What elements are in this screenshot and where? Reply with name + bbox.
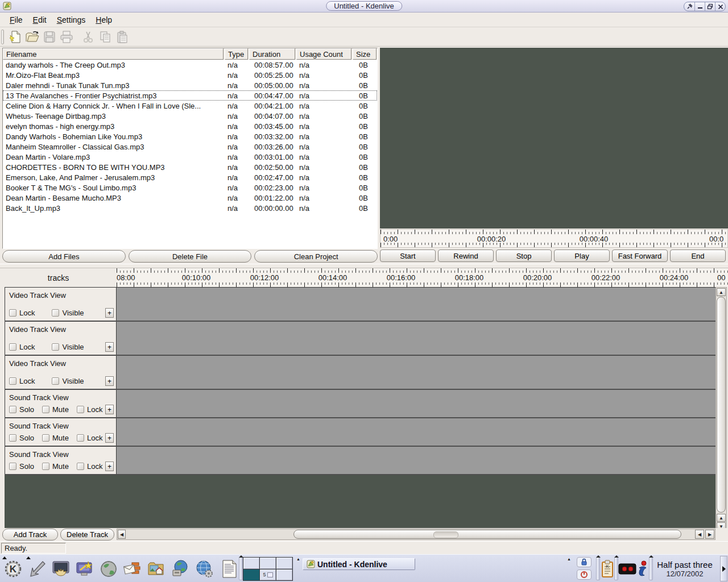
file-row[interactable]: evelyn thomas - high energy.mp3 n/a 00:0… (3, 121, 377, 131)
pager-desktop-5[interactable]: 5 (260, 569, 276, 581)
horizontal-splitter[interactable] (0, 264, 728, 268)
column-type[interactable]: Type (225, 48, 248, 60)
visible-checkbox[interactable] (52, 343, 59, 351)
column-duration[interactable]: Duration (249, 48, 295, 60)
paste-icon[interactable] (114, 28, 131, 45)
scroll-left-icon[interactable]: ◀ (695, 530, 704, 539)
lock-checkbox[interactable] (77, 463, 84, 470)
expand-track-button[interactable]: + (105, 308, 114, 318)
print-icon[interactable] (58, 28, 75, 45)
file-row[interactable]: dandy warhols - The Creep Out.mp3 n/a 00… (3, 60, 377, 70)
show-desktop-button[interactable] (25, 556, 49, 581)
column-usage-count[interactable]: Usage Count (296, 48, 351, 60)
expand-track-button[interactable]: + (105, 376, 114, 386)
text-editor-button[interactable] (217, 556, 241, 581)
cut-icon[interactable] (80, 28, 97, 45)
solo-checkbox[interactable] (9, 463, 16, 470)
file-row[interactable]: Booker T & The MG's - Soul Limbo.mp3 n/a… (3, 182, 377, 193)
lock-screen-button[interactable] (577, 557, 592, 567)
pager-desktop-1[interactable] (243, 558, 259, 569)
pager-handle[interactable] (239, 557, 243, 580)
menu-edit[interactable]: Edit (29, 14, 51, 26)
file-row[interactable]: Dean Martin - Volare.mp3 n/a 00:03:01.00… (3, 152, 377, 162)
timeline-scale[interactable]: 08:00 00:10:00 00:12:00 00:14:00 00:16:0… (117, 268, 728, 287)
taskbar-scroll-up-icon[interactable]: ▲ (295, 556, 301, 562)
file-row[interactable]: Back_It_Up.mp3 n/a 00:00:00.00 n/a 0B (3, 203, 377, 213)
file-row[interactable]: 13 The Avalanches - Frontier Psychiatris… (3, 90, 377, 101)
close-icon[interactable] (715, 2, 725, 11)
home-folder-button[interactable] (144, 556, 168, 581)
file-row[interactable]: CHORDETTES - BORN TO BE WITH YOU.MP3 n/a… (3, 162, 377, 172)
visible-checkbox[interactable] (52, 377, 59, 385)
file-row[interactable]: Dandy Warhols - Bohemian Like You.mp3 n/… (3, 131, 377, 142)
maximize-icon[interactable] (705, 2, 715, 11)
expand-track-button[interactable]: + (105, 342, 114, 352)
file-row[interactable]: Mr.Oizo-Flat Beat.mp3 n/a 00:05:25.00 n/… (3, 70, 377, 80)
menu-file[interactable]: File (6, 14, 27, 26)
video-track-lane[interactable] (117, 322, 715, 355)
control-center-button[interactable] (73, 556, 97, 581)
expand-track-button[interactable]: + (105, 405, 114, 414)
logout-button[interactable] (577, 569, 592, 580)
sound-track-lane[interactable] (117, 390, 715, 417)
taskbar-scroll-up-icon[interactable]: ▲ (566, 556, 572, 562)
video-track-lane[interactable] (117, 288, 715, 321)
scroll-up-icon[interactable]: ▲ (717, 514, 726, 522)
sound-track-lane[interactable] (117, 418, 715, 446)
expand-track-button[interactable]: + (105, 462, 114, 471)
lock-checkbox[interactable] (9, 309, 16, 317)
pager-desktop-3[interactable] (276, 558, 292, 569)
sound-track-lane[interactable] (117, 447, 715, 474)
transport-button[interactable]: Play (554, 250, 610, 262)
file-row[interactable]: Daler mehndi - Tunak Tunak Tun.mp3 n/a 0… (3, 80, 377, 90)
minimize-icon[interactable] (694, 2, 705, 11)
pager-desktop-6[interactable] (276, 569, 292, 581)
mute-checkbox[interactable] (42, 463, 49, 470)
horizontal-scroll-thumb[interactable] (293, 530, 681, 539)
pager-desktop-2[interactable] (260, 558, 276, 569)
transport-button[interactable]: Rewind (438, 250, 494, 262)
add-track-button[interactable]: Add Track (2, 529, 58, 541)
help-button[interactable] (97, 556, 121, 581)
scroll-left-icon[interactable]: ◀ (118, 530, 126, 539)
solo-checkbox[interactable] (9, 434, 16, 442)
file-row[interactable]: Dean Martin - Besame Mucho.MP3 n/a 00:01… (3, 193, 377, 203)
messenger-tray-icon[interactable] (635, 556, 651, 581)
delete-track-button[interactable]: Delete Track (60, 529, 114, 541)
file-manager-button[interactable] (168, 556, 192, 581)
open-folder-icon[interactable] (24, 28, 41, 45)
mute-checkbox[interactable] (42, 434, 49, 442)
web-browser-button[interactable] (192, 556, 216, 581)
lock-checkbox[interactable] (77, 406, 84, 413)
sticky-pin-icon[interactable] (684, 2, 694, 11)
file-row[interactable]: Celine Dion & Harry Connick Jr. - When I… (3, 101, 377, 111)
transport-button[interactable]: End (670, 250, 726, 262)
expand-track-button[interactable]: + (105, 433, 114, 443)
clean-project-button[interactable]: Clean Project (254, 250, 378, 263)
klipper-tray-icon[interactable]: K (599, 556, 616, 581)
konsole-button[interactable] (49, 556, 73, 581)
panel-hide-button[interactable] (720, 556, 727, 581)
lock-checkbox[interactable] (77, 434, 84, 442)
new-document-icon[interactable] (7, 28, 24, 45)
column-filename[interactable]: Filename (3, 48, 224, 60)
timeline-horizontal-scrollbar[interactable]: ◀ ◀ ▶ (117, 529, 715, 540)
scroll-right-icon[interactable]: ▶ (705, 530, 714, 539)
transport-button[interactable]: Stop (496, 250, 552, 262)
scroll-up-icon[interactable]: ▲ (717, 288, 726, 296)
lock-checkbox[interactable] (9, 343, 16, 351)
fuzzy-clock[interactable]: Half past three 12/07/2002 (652, 557, 718, 581)
monitor-ruler[interactable]: 0:00 00:00:20 00:00:40 00:0 (380, 229, 728, 248)
save-icon[interactable] (41, 28, 58, 45)
copy-icon[interactable] (97, 28, 114, 45)
visible-checkbox[interactable] (52, 309, 59, 317)
vertical-scroll-thumb[interactable] (717, 297, 726, 513)
k-menu-button[interactable]: K (1, 556, 25, 581)
add-files-button[interactable]: Add Files (2, 250, 126, 263)
solo-checkbox[interactable] (9, 406, 16, 413)
transport-button[interactable]: Fast Forward (612, 250, 668, 262)
task-button-kdenlive[interactable]: Untitled - Kdenlive (303, 558, 415, 570)
video-track-lane[interactable] (117, 356, 715, 389)
file-row[interactable]: Emerson, Lake, And Palmer - Jerusalem.mp… (3, 172, 377, 182)
mute-checkbox[interactable] (42, 406, 49, 413)
